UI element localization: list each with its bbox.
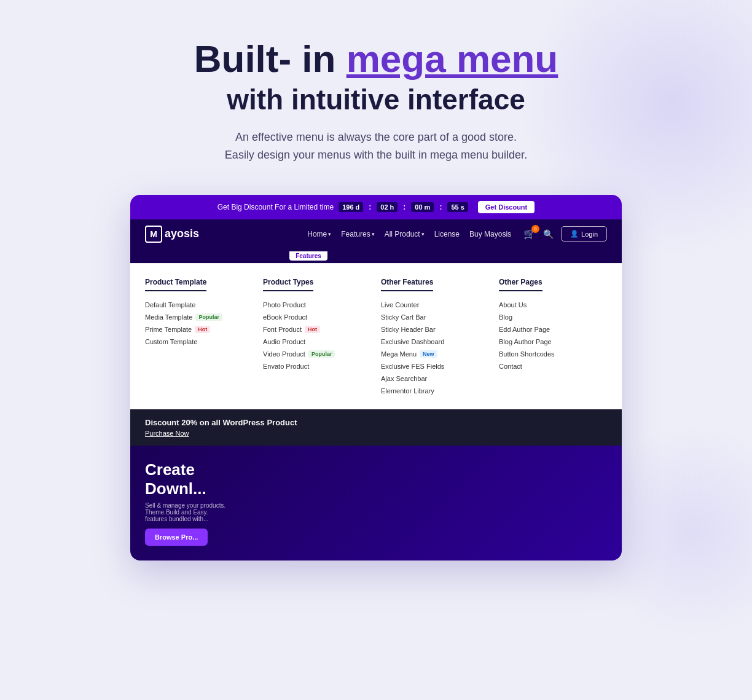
timer-days: 196 d [339,202,363,212]
menu-item-button-shortcodes[interactable]: Button Shortcodes [499,348,607,360]
navbar: M ayosis Home ▾ Features ▾ All Product ▾… [130,219,622,249]
logo: M ayosis [145,226,199,243]
menu-item-ebook-product[interactable]: eBook Product [263,311,371,323]
menu-item-custom-template[interactable]: Custom Template [145,336,253,348]
banner-text: Get Big Discount For a Limited time [217,203,334,211]
headline-accent: mega menu [347,37,558,80]
menu-item-edd-author[interactable]: Edd Author Page [499,323,607,336]
menu-item-mega-menu[interactable]: Mega Menu New [381,348,489,360]
purchase-now-link[interactable]: Purchase Now [145,430,607,437]
nav-buy-mayosis[interactable]: Buy Mayosis [469,230,511,238]
hero-title: Create Downl... [145,460,607,498]
menu-item-elementor[interactable]: Elementor Library [381,385,489,397]
get-discount-button[interactable]: Get Discount [478,201,535,213]
tag-popular-video: Popular [308,350,335,358]
mega-menu-heading-3: Other Features [381,278,433,291]
menu-item-video-product[interactable]: Video Product Popular [263,348,371,360]
menu-item-envato-product[interactable]: Envato Product [263,360,371,372]
mega-menu-heading-4: Other Pages [499,278,542,291]
nav-license[interactable]: License [434,230,460,238]
subtitle: An effective menu is always the core par… [225,128,527,164]
menu-item-blog-author[interactable]: Blog Author Page [499,336,607,348]
features-label-row: Features [145,249,607,263]
mega-menu: Product Template Default Template Media … [130,263,622,409]
promo-text: Discount 20% on all WordPress Product [145,418,607,427]
promo-bar: Discount 20% on all WordPress Product Pu… [130,409,622,446]
menu-item-sticky-header[interactable]: Sticky Header Bar [381,323,489,336]
hero-section: Create Downl... Sell & manage your produ… [130,446,622,560]
nav-area: Features [130,249,622,263]
timer-minutes: 00 m [411,202,434,212]
menu-item-sticky-cart[interactable]: Sticky Cart Bar [381,311,489,323]
menu-item-ajax-search[interactable]: Ajax Searchbar [381,372,489,385]
content-wrapper: Built- in mega menu with intuitive inter… [61,37,691,560]
menu-item-live-counter[interactable]: Live Counter [381,299,489,311]
tag-hot: Hot [195,326,210,333]
search-icon[interactable]: 🔍 [543,229,554,239]
timer-hours: 02 h [377,202,398,212]
mega-menu-col-other-pages: Other Pages About Us Blog Edd Author Pag… [499,276,607,397]
headline-sub: with intuitive interface [194,83,558,116]
login-button[interactable]: 👤 Login [561,226,607,242]
cart-icon[interactable]: 🛒 8 [523,228,536,240]
mega-menu-heading-1: Product Template [145,278,206,291]
mega-menu-col-product-template: Product Template Default Template Media … [145,276,253,397]
menu-item-blog[interactable]: Blog [499,311,607,323]
top-banner: Get Big Discount For a Limited time 196 … [130,195,622,219]
menu-item-audio-product[interactable]: Audio Product [263,336,371,348]
menu-item-photo-product[interactable]: Photo Product [263,299,371,311]
nav-links: Home ▾ Features ▾ All Product ▾ License … [307,230,511,238]
menu-item-prime-template[interactable]: Prime Template Hot [145,323,253,336]
headline-section: Built- in mega menu with intuitive inter… [194,37,558,116]
menu-item-media-template[interactable]: Media Template Popular [145,311,253,323]
tag-new: New [420,350,437,358]
logo-icon: M [145,226,162,243]
tag-hot-font: Hot [305,326,320,333]
nav-home[interactable]: Home ▾ [307,230,331,238]
tag-popular: Popular [195,313,222,321]
menu-item-contact[interactable]: Contact [499,360,607,372]
timer-seconds: 55 s [447,202,468,212]
menu-item-fes-fields[interactable]: Exclusive FES Fields [381,360,489,372]
mega-menu-heading-2: Product Types [263,278,313,291]
mega-menu-col-other-features: Other Features Live Counter Sticky Cart … [381,276,489,397]
headline-part1: Built- in [194,37,347,80]
features-tab-label: Features [289,251,327,261]
nav-icons: 🛒 8 🔍 👤 Login [523,226,607,242]
menu-item-font-product[interactable]: Font Product Hot [263,323,371,336]
cart-badge: 8 [531,225,539,233]
menu-item-exclusive-dashboard[interactable]: Exclusive Dashboard [381,336,489,348]
mega-menu-col-product-types: Product Types Photo Product eBook Produc… [263,276,371,397]
menu-item-about[interactable]: About Us [499,299,607,311]
nav-features[interactable]: Features ▾ [341,230,374,238]
nav-all-product[interactable]: All Product ▾ [385,230,425,238]
logo-text: ayosis [165,227,199,240]
hero-description: Sell & manage your products.Theme.Build … [145,502,280,522]
main-headline: Built- in mega menu [194,37,558,81]
menu-item-default-template[interactable]: Default Template [145,299,253,311]
browser-mockup: Get Big Discount For a Limited time 196 … [130,195,622,560]
browse-products-button[interactable]: Browse Pro... [145,529,208,546]
